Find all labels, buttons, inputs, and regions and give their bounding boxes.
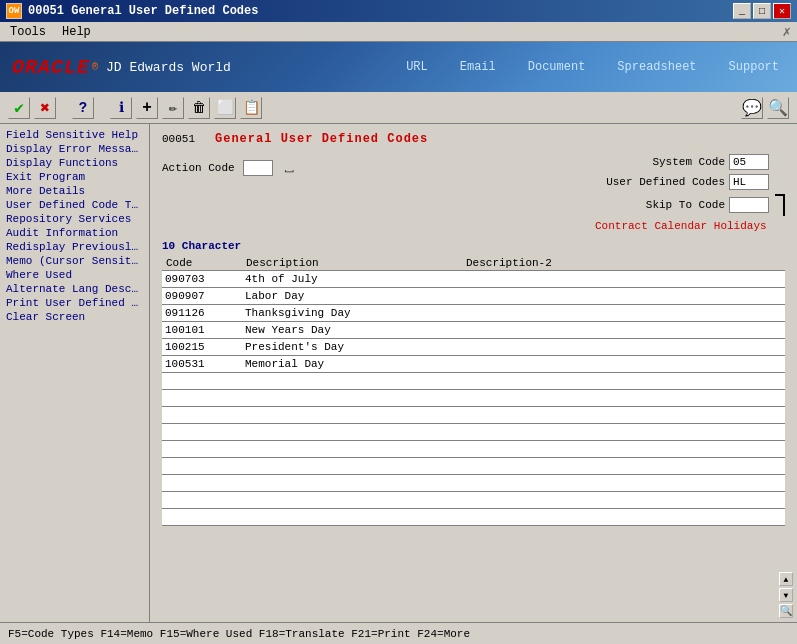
- desc2-input[interactable]: [462, 356, 785, 372]
- nav-email[interactable]: Email: [454, 58, 502, 76]
- sidebar-item-redisplay[interactable]: Redisplay Previously C: [2, 240, 147, 254]
- desc-input[interactable]: [242, 373, 462, 389]
- sidebar-item-field-sensitive-help[interactable]: Field Sensitive Help: [2, 128, 147, 142]
- minimize-button[interactable]: _: [733, 3, 751, 19]
- desc-input[interactable]: [242, 322, 462, 338]
- desc2-input[interactable]: [462, 373, 785, 389]
- scroll-down-button[interactable]: ▼: [779, 588, 793, 602]
- desc2-input[interactable]: [462, 322, 785, 338]
- code-input[interactable]: [162, 373, 242, 389]
- code-input[interactable]: [162, 441, 242, 457]
- code-input[interactable]: [162, 458, 242, 474]
- code-input[interactable]: [162, 322, 242, 338]
- nav-document[interactable]: Document: [522, 58, 592, 76]
- sidebar-item-alternate-lang[interactable]: Alternate Lang Desc (C: [2, 282, 147, 296]
- desc-input[interactable]: [242, 305, 462, 321]
- info-button[interactable]: ℹ: [110, 97, 132, 119]
- edit-button[interactable]: ✏: [162, 97, 184, 119]
- desc-input[interactable]: [242, 288, 462, 304]
- ok-button[interactable]: ✔: [8, 97, 30, 119]
- desc2-input[interactable]: [462, 424, 785, 440]
- table-cell-code: [162, 322, 242, 339]
- skip-to-code-input[interactable]: [729, 197, 769, 213]
- paste-button[interactable]: 📋: [240, 97, 262, 119]
- code-input[interactable]: [162, 492, 242, 508]
- scroll-up-button[interactable]: ▲: [779, 572, 793, 586]
- desc-input[interactable]: [242, 492, 462, 508]
- nav-spreadsheet[interactable]: Spreadsheet: [611, 58, 702, 76]
- desc2-input[interactable]: [462, 492, 785, 508]
- nav-url[interactable]: URL: [400, 58, 434, 76]
- desc-input[interactable]: [242, 509, 462, 525]
- table-cell-desc2: [462, 373, 785, 390]
- user-defined-codes-label: User Defined Codes: [595, 176, 725, 188]
- action-row: Action Code ⎵: [162, 160, 595, 176]
- table-cell-desc2: [462, 424, 785, 441]
- table-cell-code: [162, 288, 242, 305]
- system-code-input[interactable]: [729, 154, 769, 170]
- search-button[interactable]: 🔍: [767, 97, 789, 119]
- desc2-input[interactable]: [462, 339, 785, 355]
- desc-input[interactable]: [242, 458, 462, 474]
- desc2-input[interactable]: [462, 305, 785, 321]
- table-row: [162, 271, 785, 288]
- action-code-input[interactable]: [243, 160, 273, 176]
- desc-input[interactable]: [242, 441, 462, 457]
- table-cell-desc: [242, 407, 462, 424]
- toolbar: ✔ ✖ ? ℹ + ✏ 🗑 ⬜ 📋 💬 🔍: [0, 92, 797, 124]
- desc2-input[interactable]: [462, 441, 785, 457]
- desc2-input[interactable]: [462, 458, 785, 474]
- code-input[interactable]: [162, 356, 242, 372]
- desc2-input[interactable]: [462, 407, 785, 423]
- cancel-button[interactable]: ✖: [34, 97, 56, 119]
- user-defined-codes-input[interactable]: [729, 174, 769, 190]
- desc-input[interactable]: [242, 339, 462, 355]
- code-input[interactable]: [162, 390, 242, 406]
- zoom-button[interactable]: 🔍: [779, 604, 793, 618]
- desc-input[interactable]: [242, 356, 462, 372]
- menu-tools[interactable]: Tools: [6, 24, 50, 40]
- window-controls[interactable]: _ □ ✕: [733, 3, 791, 19]
- desc2-input[interactable]: [462, 390, 785, 406]
- copy-button[interactable]: ⬜: [214, 97, 236, 119]
- code-input[interactable]: [162, 288, 242, 304]
- sidebar-item-where-used[interactable]: Where Used: [2, 268, 147, 282]
- sidebar-item-more-details[interactable]: More Details: [2, 184, 147, 198]
- right-fields: System Code User Defined Codes Skip To C…: [595, 154, 785, 232]
- code-input[interactable]: [162, 305, 242, 321]
- code-input[interactable]: [162, 475, 242, 491]
- code-input[interactable]: [162, 339, 242, 355]
- bracket-icon: [775, 194, 785, 216]
- sidebar-item-print[interactable]: Print User Defined Code: [2, 296, 147, 310]
- desc2-input[interactable]: [462, 509, 785, 525]
- sidebar-item-user-defined-code-type[interactable]: User Defined Code Typ: [2, 198, 147, 212]
- code-input[interactable]: [162, 424, 242, 440]
- help-button[interactable]: ?: [72, 97, 94, 119]
- desc-input[interactable]: [242, 407, 462, 423]
- code-input[interactable]: [162, 407, 242, 423]
- desc2-input[interactable]: [462, 288, 785, 304]
- desc-input[interactable]: [242, 424, 462, 440]
- chat-button[interactable]: 💬: [741, 97, 763, 119]
- code-input[interactable]: [162, 271, 242, 287]
- desc-input[interactable]: [242, 271, 462, 287]
- add-button[interactable]: +: [136, 97, 158, 119]
- table-cell-code: [162, 509, 242, 526]
- desc2-input[interactable]: [462, 475, 785, 491]
- nav-support[interactable]: Support: [723, 58, 785, 76]
- close-button[interactable]: ✕: [773, 3, 791, 19]
- delete-button[interactable]: 🗑: [188, 97, 210, 119]
- sidebar-item-audit-information[interactable]: Audit Information: [2, 226, 147, 240]
- sidebar-item-display-functions[interactable]: Display Functions: [2, 156, 147, 170]
- sidebar-item-exit-program[interactable]: Exit Program: [2, 170, 147, 184]
- sidebar-item-repository-services[interactable]: Repository Services: [2, 212, 147, 226]
- sidebar-item-display-error-message[interactable]: Display Error Message: [2, 142, 147, 156]
- code-input[interactable]: [162, 509, 242, 525]
- desc2-input[interactable]: [462, 271, 785, 287]
- menu-help[interactable]: Help: [58, 24, 95, 40]
- maximize-button[interactable]: □: [753, 3, 771, 19]
- sidebar-item-clear-screen[interactable]: Clear Screen: [2, 310, 147, 324]
- sidebar-item-memo[interactable]: Memo (Cursor Sensitive: [2, 254, 147, 268]
- desc-input[interactable]: [242, 475, 462, 491]
- desc-input[interactable]: [242, 390, 462, 406]
